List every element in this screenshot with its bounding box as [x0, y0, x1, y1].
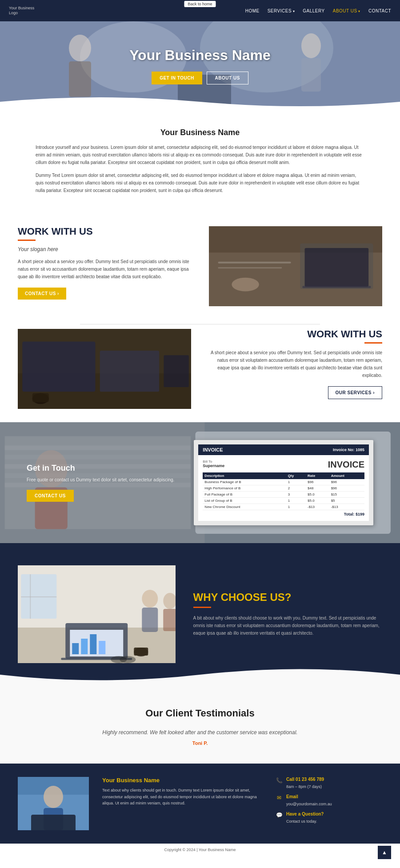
table-row: New Chrome Discount 1 -$13 -$13 — [203, 504, 364, 510]
footer-image — [18, 777, 89, 830]
footer-question-item: 💬 Have a Question? Contact us today. — [276, 812, 382, 824]
get-in-touch-button[interactable]: GET IN TOUCH — [152, 72, 202, 84]
svg-rect-5 — [69, 61, 91, 97]
about-paragraph-2: Dummy Text Lorem ipsum dolor sit amet, c… — [36, 172, 364, 194]
footer-contact: 📞 Call 01 23 456 789 8am – 8pm (7 days) … — [276, 777, 382, 830]
footer-question-value[interactable]: Contact us today. — [286, 819, 317, 824]
service-2-bg — [18, 329, 191, 409]
about-paragraph-1: Introduce yourself and your business. Lo… — [36, 144, 364, 166]
svg-point-17 — [232, 278, 259, 292]
service-2-card: Service 2 Dummy text Lorem ipsum dolor s… — [18, 329, 191, 409]
footer-left: Your Business Name Text about why client… — [102, 777, 262, 830]
hero-section: Your Business Name GET IN TOUCH ABOUT US — [0, 21, 400, 110]
footer-phone-label[interactable]: Call 01 23 456 789 — [286, 777, 324, 782]
nav-services[interactable]: SERVICES — [268, 8, 295, 13]
svg-rect-13 — [218, 267, 282, 268]
nav-home[interactable]: HOME — [245, 8, 260, 13]
svg-rect-20 — [22, 341, 95, 392]
invoice-mockup: INVOICE Invoice No: 1085 Bill To Superna… — [194, 440, 373, 525]
invoice-col-amount: Amount — [329, 472, 364, 479]
svg-rect-22 — [164, 355, 188, 387]
invoice-col-qty: Qty — [286, 472, 306, 479]
nav-links: HOME SERVICES GALLERY ABOUT US CONTACT — [245, 8, 391, 13]
invoice-big-title: INVOICE — [328, 460, 364, 470]
get-in-touch-section: Get in Touch Free quote or contact us Du… — [0, 422, 400, 543]
footer-email-label: Email — [286, 794, 332, 799]
footer-email-item: ✉ Email you@yourdomain.com.au — [276, 794, 382, 807]
hero-wave — [0, 93, 400, 110]
why-underline — [193, 607, 211, 608]
svg-rect-16 — [302, 286, 371, 288]
work-section-2: Service 2 Dummy text Lorem ipsum dolor s… — [0, 329, 400, 422]
why-office-image — [18, 565, 176, 663]
svg-point-52 — [120, 656, 136, 663]
navigation: Back to home Your Business Logo HOME SER… — [0, 0, 400, 21]
logo-line2: Logo — [9, 11, 34, 16]
work-underline-1 — [18, 240, 36, 241]
why-heading: WHY CHOOSE US? — [193, 592, 382, 603]
why-image-container — [18, 565, 176, 663]
svg-rect-24 — [32, 393, 49, 402]
footer-phone-item: 📞 Call 01 23 456 789 8am – 8pm (7 days) — [276, 777, 382, 790]
invoice-item-desc-0: Business Package of B — [203, 479, 286, 485]
svg-rect-46 — [81, 639, 88, 654]
svg-rect-61 — [31, 815, 76, 830]
service-1-bg — [209, 226, 382, 306]
footer-email-value[interactable]: you@yourdomain.com.au — [286, 802, 332, 806]
testimonials-section: Our Client Testimonials Highly recommend… — [0, 685, 400, 764]
work-service-card-1: Service 1 Dummy text Lorem ipsum dolor s… — [209, 226, 382, 306]
nav-about[interactable]: ABOUT US — [333, 8, 360, 13]
footer-question-label: Have a Question? — [286, 812, 324, 816]
footer-content: Your Business Name Text about why client… — [0, 764, 400, 844]
get-in-touch-content: Get in Touch Free quote or contact us Du… — [0, 422, 400, 543]
footer-phone-hours: 8am – 8pm (7 days) — [286, 784, 322, 789]
svg-rect-7 — [301, 58, 321, 92]
about-us-button[interactable]: ABOUT US — [207, 72, 248, 84]
svg-point-59 — [44, 786, 63, 808]
logo-line1: Your Business — [9, 6, 34, 11]
work-left-1: WORK WITH US Your slogan here A short pi… — [18, 226, 191, 306]
back-to-home[interactable]: Back to home — [184, 1, 216, 7]
svg-point-4 — [69, 35, 91, 61]
svg-rect-47 — [90, 634, 96, 654]
testimonial-text: Highly recommend. We felt looked after a… — [36, 728, 364, 737]
why-right-content: WHY CHOOSE US? A bit about why clients s… — [193, 592, 382, 637]
work-heading-1: WORK WITH US — [18, 226, 191, 237]
hero-buttons: GET IN TOUCH ABOUT US — [129, 72, 271, 84]
scroll-to-top[interactable]: ▲ — [378, 846, 391, 856]
our-services-button[interactable]: OUR SERVICES › — [328, 386, 383, 399]
nav-contact[interactable]: CONTACT — [368, 8, 391, 13]
about-section: Your Business Name Introduce yourself an… — [0, 110, 400, 213]
invoice-header: INVOICE Invoice No: 1085 — [198, 444, 369, 455]
footer-business-name: Your Business Name — [102, 777, 262, 784]
why-description: A bit about why clients should choose to… — [193, 614, 382, 637]
footer-phone-info: Call 01 23 456 789 8am – 8pm (7 days) — [286, 777, 324, 790]
hero-title: Your Business Name — [129, 47, 271, 64]
phone-icon: 📞 — [276, 777, 283, 784]
table-row: List of Group of B 1 $5.0 $5 — [203, 498, 364, 504]
invoice-col-rate: Rate — [306, 472, 329, 479]
svg-rect-45 — [72, 643, 79, 654]
git-description: Free quote or contact us Dummy text dolo… — [27, 476, 176, 484]
table-row: High Performance of B 2 $48 $96 — [203, 485, 364, 492]
svg-rect-21 — [100, 351, 159, 392]
nav-gallery[interactable]: GALLERY — [303, 8, 324, 13]
about-heading: Your Business Name — [36, 128, 364, 137]
svg-rect-41 — [21, 596, 56, 597]
invoice-no: Invoice No: 1085 — [333, 448, 364, 452]
footer-copyright: Copyright © 2024 | Your Business Name — [0, 844, 400, 856]
work-right-2: WORK WITH US A short piece about a servi… — [209, 329, 382, 409]
contact-us-button[interactable]: CONTACT US › — [18, 288, 66, 300]
git-left: Get in Touch Free quote or contact us Du… — [27, 464, 176, 502]
logo: Your Business Logo — [9, 6, 34, 16]
invoice-table: Description Qty Rate Amount Business Pac… — [203, 472, 364, 510]
contact-us-git-button[interactable]: Contact Us — [27, 490, 74, 502]
work-description-2: A short piece about a service you offer … — [209, 349, 382, 379]
why-choose-section: WHY CHOOSE US? A bit about why clients s… — [0, 543, 400, 685]
svg-rect-50 — [134, 648, 148, 656]
invoice-body: Bill To Supername INVOICE Description Qt… — [198, 455, 369, 521]
git-heading: Get in Touch — [27, 464, 176, 473]
svg-rect-54 — [142, 608, 158, 632]
question-icon: 💬 — [276, 812, 283, 819]
invoice-total: Total: $199 — [203, 512, 364, 516]
